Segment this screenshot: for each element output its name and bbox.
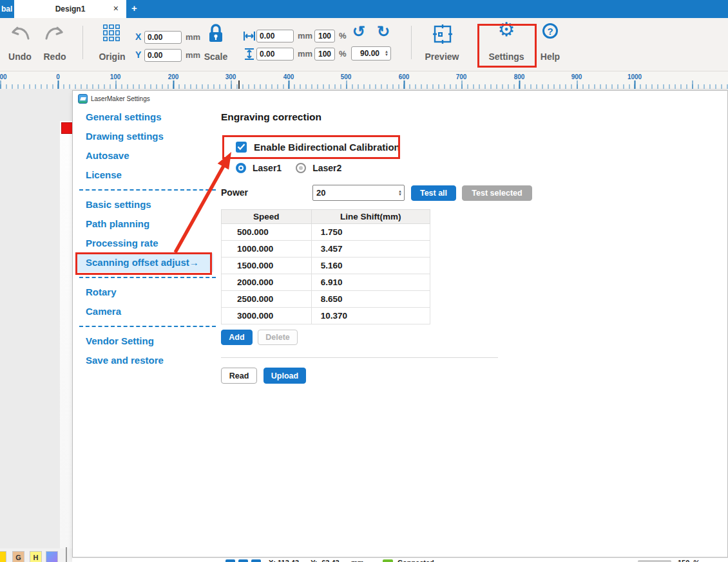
table-cell[interactable]: 1.750	[311, 224, 430, 241]
table-cell[interactable]: 6.910	[311, 274, 430, 291]
sidebar-item-basic-settings[interactable]: Basic settings	[77, 195, 222, 214]
ruler-label: 200	[168, 73, 179, 80]
sidebar-item-vendor-setting[interactable]: Vendor Setting	[77, 332, 222, 351]
upload-button[interactable]: Upload	[263, 368, 306, 384]
sidebar-item-general-settings[interactable]: General settings	[77, 108, 222, 127]
ruler-label: 1000	[627, 73, 642, 80]
rotate-ccw-icon[interactable]: ↺	[352, 23, 365, 40]
height-percent-sign: %	[339, 49, 347, 59]
width-input[interactable]: 0.00	[256, 30, 294, 42]
table-row[interactable]: 2500.0008.650	[222, 291, 430, 308]
read-button[interactable]: Read	[221, 368, 257, 384]
status-icon[interactable]	[225, 559, 235, 562]
table-cell[interactable]: 2500.000	[222, 291, 312, 308]
table-cell[interactable]: 500.000	[222, 224, 312, 241]
height-unit: mm	[298, 49, 312, 59]
sidebar-item-scanning-offset-adjust[interactable]: Scanning offset adjust→	[77, 253, 213, 272]
table-cell[interactable]: 10.370	[311, 308, 430, 324]
tab-label: Design1	[55, 5, 86, 14]
sidebar-item-camera[interactable]: Camera	[77, 302, 222, 321]
bidirectional-calibration-checkbox[interactable]	[236, 142, 247, 153]
palette-swatch-h[interactable]: H	[30, 551, 42, 562]
palette-swatch[interactable]	[0, 551, 6, 562]
table-cell[interactable]: 3.457	[311, 241, 430, 258]
delete-button[interactable]: Delete	[258, 330, 298, 345]
tab-overflow-label[interactable]: bal	[1, 5, 12, 14]
position-inputs: X 0.00 mm Y 0.00 mm	[135, 18, 200, 71]
check-icon	[237, 144, 245, 151]
angle-spinner[interactable]: 90.00 ▲▼	[351, 46, 391, 61]
window-edge	[66, 547, 67, 562]
sidebar-item-autosave[interactable]: Autosave	[77, 146, 222, 165]
settings-button[interactable]: ⚙ Settings	[483, 18, 530, 71]
table-row[interactable]: 3000.00010.370	[222, 308, 430, 324]
spinner-arrows-icon[interactable]: ▲▼	[398, 190, 404, 196]
preview-button[interactable]: Preview	[417, 18, 466, 71]
table-row[interactable]: 1000.0003.457	[222, 241, 430, 258]
table-cell[interactable]: 8.650	[311, 291, 430, 308]
palette-swatch[interactable]	[46, 551, 58, 562]
width-percent-sign: %	[339, 31, 347, 41]
speed-lineshift-table[interactable]: SpeedLine Shift(mm) 500.0001.7501000.000…	[221, 209, 430, 324]
table-row[interactable]: 500.0001.750	[222, 224, 430, 241]
redo-button[interactable]: Redo	[37, 18, 72, 71]
window-titlebar: bal Design1 × +	[0, 0, 728, 18]
table-row[interactable]: 1500.0005.160	[222, 258, 430, 274]
height-input[interactable]: 0.00	[256, 48, 294, 61]
lasermaker-app: bal Design1 × + Undo Redo Or	[0, 0, 728, 562]
help-button[interactable]: ? Help	[535, 18, 566, 71]
tab-design1[interactable]: Design1 ×	[14, 0, 126, 18]
palette-swatch-g[interactable]: G	[12, 551, 24, 562]
horizontal-ruler: 0001002003004005006007008009001000	[0, 71, 728, 89]
zoom-level: 150 %	[678, 559, 700, 562]
checkbox-label[interactable]: Enable Bidirectional Calibration	[254, 142, 400, 153]
width-unit: mm	[298, 31, 312, 41]
origin-button[interactable]: Origin	[94, 18, 130, 71]
width-percent-input[interactable]: 100	[314, 30, 335, 42]
sidebar-item-processing-rate[interactable]: Processing rate	[77, 234, 222, 253]
y-input[interactable]: 0.00	[144, 49, 182, 62]
x-input[interactable]: 0.00	[144, 31, 182, 44]
redo-arrow-icon	[43, 26, 65, 42]
table-cell[interactable]: 2000.000	[222, 274, 312, 291]
sidebar-divider	[77, 272, 222, 283]
radio-label-laser2[interactable]: Laser2	[312, 163, 341, 173]
table-cell[interactable]: 1500.000	[222, 258, 312, 274]
toolbar-separator	[411, 26, 412, 59]
spinner-arrows-icon[interactable]: ▲▼	[385, 50, 390, 57]
test-selected-button[interactable]: Test selected	[462, 185, 532, 201]
ruler-cursor-marker	[238, 80, 240, 89]
sidebar-item-path-planning[interactable]: Path planning	[77, 214, 222, 234]
settings-dialog: LaserMaker Settings General settingsDraw…	[72, 90, 728, 557]
height-percent-input[interactable]: 100	[314, 48, 335, 61]
selected-object[interactable]	[61, 122, 73, 134]
undo-button[interactable]: Undo	[3, 18, 37, 71]
sidebar-item-drawing-settings[interactable]: Drawing settings	[77, 127, 222, 146]
status-icon[interactable]	[238, 559, 248, 562]
power-spinner[interactable]: 20 ▲▼	[312, 185, 405, 201]
radio-laser1[interactable]	[236, 163, 246, 173]
ruler-label: 700	[456, 73, 467, 80]
preview-icon	[432, 23, 454, 46]
add-button[interactable]: Add	[221, 330, 253, 345]
table-cell[interactable]: 3000.000	[222, 308, 312, 324]
table-cell[interactable]: 5.160	[311, 258, 430, 274]
settings-sidebar: General settingsDrawing settingsAutosave…	[77, 108, 222, 370]
new-tab-button[interactable]: +	[131, 3, 137, 14]
origin-grid-icon	[103, 24, 120, 41]
table-row[interactable]: 2000.0006.910	[222, 274, 430, 291]
radio-laser2[interactable]	[296, 163, 306, 173]
sidebar-divider	[77, 321, 222, 332]
sidebar-item-license[interactable]: License	[77, 165, 222, 185]
rotate-cw-icon[interactable]: ↻	[377, 23, 390, 40]
sidebar-item-save-and-restore[interactable]: Save and restore	[77, 351, 222, 370]
ruler-label: 500	[341, 73, 352, 80]
sidebar-item-rotary[interactable]: Rotary	[77, 283, 222, 302]
status-icon[interactable]	[251, 559, 261, 562]
close-icon[interactable]: ×	[113, 3, 119, 14]
radio-label-laser1[interactable]: Laser1	[253, 163, 282, 173]
table-cell[interactable]: 1000.000	[222, 241, 312, 258]
scale-lock-button[interactable]: Scale	[198, 18, 233, 71]
laser-radio-group: Laser1Laser2	[236, 163, 349, 173]
test-all-button[interactable]: Test all	[411, 185, 456, 201]
